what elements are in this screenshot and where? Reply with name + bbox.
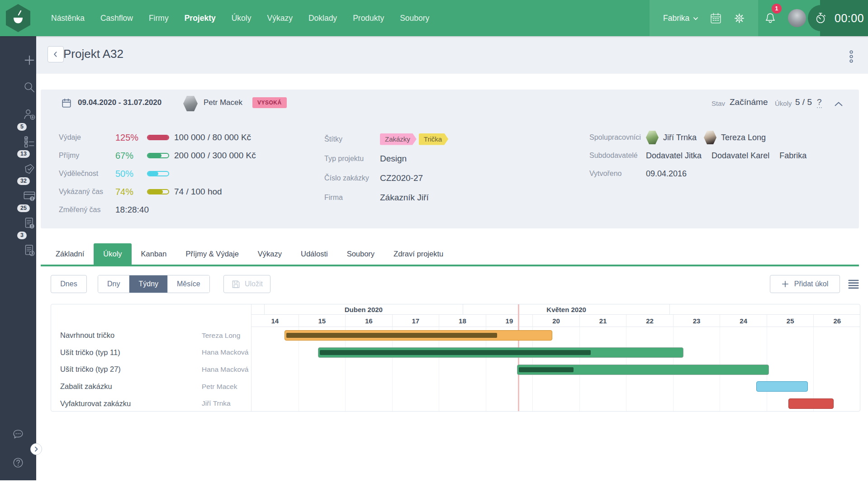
view-tydny-button[interactable]: Týdny <box>129 275 167 293</box>
top-nav-item-doklady[interactable]: Doklady <box>308 14 337 23</box>
gantt-task-name[interactable]: Vyfakturovat zakázku <box>60 399 202 408</box>
gantt-task-name[interactable]: Ušít tričko (typ 27) <box>60 365 202 374</box>
top-nav-item-vykazy[interactable]: Výkazy <box>267 14 292 23</box>
sidebar-expand-toggle[interactable] <box>30 443 42 455</box>
gantt-bar-navrhnout-tricko[interactable] <box>285 330 552 341</box>
detail-value[interactable]: Design <box>380 154 407 164</box>
collaborator-chip[interactable]: Tereza Long <box>704 131 766 144</box>
tab-zakladni[interactable]: Základní <box>46 243 94 265</box>
tab-soubory[interactable]: Soubory <box>337 243 384 265</box>
tab-zdravi-projektu[interactable]: Zdraví projektu <box>384 243 453 265</box>
gantt-task-name[interactable]: Zabalit zakázku <box>60 382 202 391</box>
today-button[interactable]: Dnes <box>51 275 87 293</box>
priority-badge: VYSOKÁ <box>252 97 287 108</box>
tasks-hint[interactable]: ? <box>817 97 822 108</box>
gantt-task-assignee[interactable]: Hana Macková <box>202 348 248 356</box>
project-summary-panel: 09.04.2020 - 31.07.2020 Petr Macek VYSOK… <box>41 90 859 228</box>
subcontractor-name[interactable]: Fabrika <box>779 151 806 161</box>
project-stats: Výdaje125%100 000 / 80 000 KčPříjmy67%20… <box>59 128 276 219</box>
sidebar-search-button[interactable] <box>0 67 36 94</box>
app-logo-icon[interactable] <box>6 4 30 32</box>
sidebar-plus-button[interactable] <box>0 40 36 67</box>
help-button[interactable] <box>11 456 25 469</box>
sidebar-card-alert-button[interactable]: 32 <box>0 175 36 203</box>
top-nav-item-produkty[interactable]: Produkty <box>353 14 384 23</box>
workspace-name[interactable]: Fabrika <box>663 14 689 23</box>
top-nav-item-projekty[interactable]: Projekty <box>185 14 216 23</box>
stat-label: Změřený čas <box>59 206 115 214</box>
gantt-timeline: Duben 2020Květen 20201415161718192021222… <box>251 304 860 412</box>
tasks-label: Úkoly <box>775 99 792 107</box>
add-task-button[interactable]: Přidat úkol <box>770 275 840 293</box>
view-mesice-button[interactable]: Měsíce <box>167 275 209 293</box>
top-nav-item-ukoly[interactable]: Úkoly <box>232 14 251 23</box>
top-nav-item-soubory[interactable]: Soubory <box>400 14 429 23</box>
save-button[interactable]: Uložit <box>223 275 270 293</box>
back-button[interactable] <box>47 46 64 62</box>
more-options-button[interactable] <box>848 50 854 64</box>
gantt-bar-vyfakturovat-zakazku[interactable] <box>788 398 834 409</box>
gantt-task-name[interactable]: Ušít tričko (typ 11) <box>60 348 202 357</box>
tag-tricka[interactable]: Trička <box>419 133 448 145</box>
gantt-bar-usit-tricko-typ-11[interactable] <box>318 347 683 358</box>
subcontractor-name[interactable]: Dodavatel Karel <box>711 151 769 161</box>
tab-vykazy[interactable]: Výkazy <box>248 243 291 265</box>
gantt-task-name[interactable]: Navrhnout tričko <box>60 331 202 340</box>
gantt-week-18: 18 <box>439 315 486 327</box>
save-label: Uložit <box>245 280 263 288</box>
tabs-underline <box>41 265 859 266</box>
gantt-task-assignee[interactable]: Hana Macková <box>202 365 248 374</box>
tab-kanban[interactable]: Kanban <box>132 243 176 265</box>
top-nav-item-nastenka[interactable]: Nástěnka <box>51 14 85 23</box>
stat-row-vykazany-cas: Vykázaný čas74%74 / 100 hod <box>59 183 276 201</box>
gantt-task-assignee[interactable]: Petr Macek <box>202 383 237 391</box>
status-value[interactable]: Začínáme <box>730 97 768 107</box>
main-content: Projekt A32 09.04.2020 - 31.07.2020 Petr… <box>36 36 868 488</box>
view-dny-button[interactable]: Dny <box>98 275 129 293</box>
sidebar-person-add-button[interactable] <box>0 94 36 121</box>
list-view-button[interactable] <box>847 278 860 290</box>
gantt-week-26: 26 <box>813 315 860 327</box>
subcontractor-name[interactable]: Dodavatel Jitka <box>646 151 702 161</box>
top-nav-item-cashflow[interactable]: Cashflow <box>100 14 133 23</box>
calendar-icon[interactable] <box>709 12 722 25</box>
tag-zakazky[interactable]: Zakázky <box>380 133 417 145</box>
gantt-week-15: 15 <box>299 315 346 327</box>
stat-percent: 125% <box>115 133 147 143</box>
gantt-task-assignee[interactable]: Tereza Long <box>202 332 240 340</box>
workspace-switcher[interactable]: Fabrika <box>650 0 758 36</box>
timer-value[interactable]: 00:00 <box>835 12 864 25</box>
progress-pill <box>147 189 169 194</box>
tab-prijmy-vydaje[interactable]: Příjmy & Výdaje <box>176 243 248 265</box>
detail-row-stitky: ŠtítkyZakázkyTrička <box>324 129 523 149</box>
stat-value: 18:28:40 <box>115 205 149 215</box>
sidebar-tag-check-button[interactable]: 13 <box>0 148 36 175</box>
stat-label: Příjmy <box>59 152 115 160</box>
sidebar-checklist-button[interactable]: 5 <box>0 121 36 148</box>
status-label: Stav <box>711 99 725 107</box>
project-date-range[interactable]: 09.04.2020 - 31.07.2020 <box>78 98 161 107</box>
collapse-panel-button[interactable] <box>833 99 844 109</box>
project-owner[interactable]: Petr Macek <box>204 98 242 107</box>
sidebar-doc-clock-button[interactable]: 3 <box>0 230 36 257</box>
top-nav-item-firmy[interactable]: Firmy <box>149 14 169 23</box>
gantt-week-17: 17 <box>392 315 439 327</box>
user-avatar[interactable] <box>788 9 806 27</box>
detail-value[interactable]: CZ2020-27 <box>380 173 423 183</box>
sidebar-doc-alert-button[interactable]: 25 <box>0 203 36 230</box>
tab-udalosti[interactable]: Události <box>291 243 337 265</box>
gantt-task-row: Zabalit zakázkuPetr Macek <box>51 378 251 395</box>
calendar-icon <box>61 98 72 109</box>
gantt-bar-usit-tricko-typ-27[interactable] <box>517 365 769 375</box>
gantt-week-21: 21 <box>579 315 626 327</box>
collaborator-chip[interactable]: Jiří Trnka <box>646 131 697 144</box>
chat-button[interactable] <box>11 427 25 441</box>
gear-icon[interactable] <box>733 12 746 25</box>
stat-value: 200 000 / 300 000 Kč <box>174 151 256 161</box>
stopwatch-icon[interactable] <box>814 11 828 25</box>
detail-value[interactable]: Zákazník Jiří <box>380 193 429 203</box>
gantt-bar-zabalit-zakazku[interactable] <box>756 381 808 392</box>
gantt-task-assignee[interactable]: Jiří Trnka <box>202 399 231 407</box>
tab-ukoly[interactable]: Úkoly <box>94 243 131 265</box>
owner-avatar <box>183 96 198 111</box>
